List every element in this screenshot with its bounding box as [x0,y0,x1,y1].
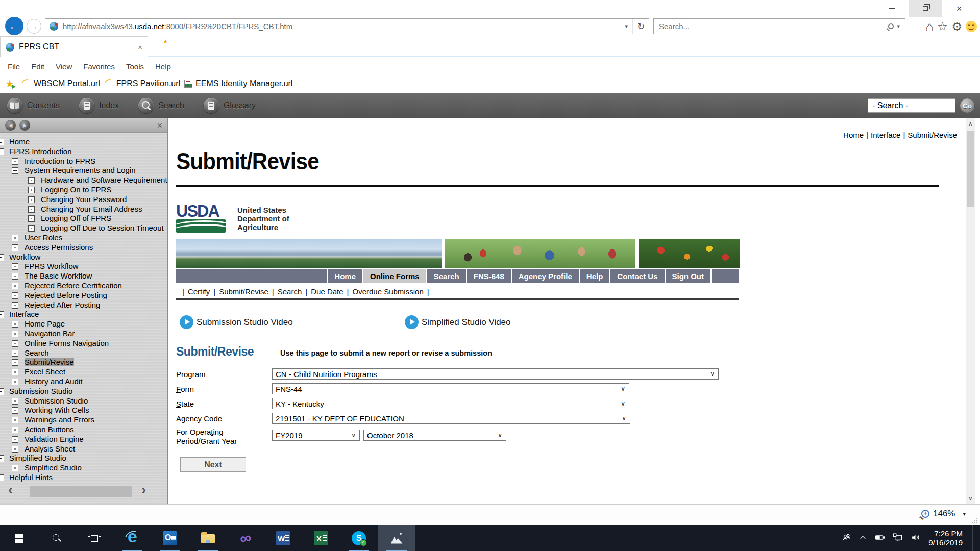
tree-item-workflow[interactable]: Workflow [0,253,167,262]
tree-item-home-page[interactable]: Home Page [0,319,167,329]
tree-item-label[interactable]: Submit/Revise [24,358,74,366]
photos-icon[interactable] [378,525,415,551]
tree-item-label[interactable]: Hardware and Software Requirements [41,176,168,184]
people-icon[interactable] [842,533,851,544]
tree-item-rejected-before-certification[interactable]: Rejected Before Certification [0,281,167,291]
tree-item-user-roles[interactable]: User Roles [0,233,167,243]
visual-studio-icon[interactable] [227,525,264,551]
word-icon[interactable] [264,525,302,551]
network-icon[interactable] [893,533,903,544]
tree-item-label[interactable]: Rejected After Posting [24,300,100,309]
tree-item-analysis-sheet[interactable]: Analysis Sheet [0,444,167,454]
tree-item-the-basic-workflow[interactable]: The Basic Workflow [0,271,167,281]
tree-item-label[interactable]: System Requirements and Login [24,166,136,174]
volume-icon[interactable] [911,533,921,544]
skype-icon[interactable] [340,525,378,551]
tree-item-label[interactable]: Logging Off of FPRS [41,214,111,222]
tree-item-label[interactable]: Home Page [24,319,65,328]
tree-item-label[interactable]: Rejected Before Certification [24,281,122,290]
tree-item-label[interactable]: Submission Studio [24,396,88,405]
favorite-eems-identity-manager-url[interactable]: EEMS Identity Manager.url [184,79,292,88]
minimize-button[interactable] [875,0,909,17]
next-button[interactable]: Next [180,457,246,472]
sidebar-forward-icon[interactable]: ▶ [19,120,30,131]
toolbar-glossary-button[interactable]: Glossary [204,98,256,113]
tree-item-label[interactable]: Submission Studio [9,387,72,395]
forward-button[interactable]: → [27,19,41,34]
show-desktop-button[interactable] [972,525,974,551]
restore-button[interactable] [909,0,942,17]
zoom-control[interactable]: 146% ▾ [921,509,966,519]
tree-item-working-with-cells[interactable]: Working With Cells [0,406,167,415]
nav-online-forms[interactable]: Online Forms [362,269,426,283]
nav-agency-profile[interactable]: Agency Profile [511,269,579,283]
submenu-submit-revise[interactable]: Submit/Revise [219,287,268,296]
tree-item-submit-revise[interactable]: Submit/Revise [0,358,167,367]
tree-item-changing-your-email-address[interactable]: Changing Your Email Address [0,205,167,214]
tree-item-system-requirements-and-login[interactable]: System Requirements and Login [0,166,167,176]
close-button[interactable]: × [942,0,976,17]
tree-item-label[interactable]: Navigation Bar [24,329,75,338]
tree-item-rejected-after-posting[interactable]: Rejected After Posting [0,300,167,310]
tree-item-label[interactable]: Simplified Studio [9,454,66,462]
month-select[interactable]: October 2018 [363,430,506,441]
home-icon[interactable]: ⌂ [925,20,934,33]
tree-item-action-buttons[interactable]: Action Buttons [0,425,167,435]
toolbar-search-button[interactable]: Search [138,98,184,113]
tree-item-logging-off-of-fprs[interactable]: Logging Off of FPRS [0,214,167,223]
tree-item-label[interactable]: Changing Your Email Address [41,205,142,213]
tree-item-label[interactable]: History and Audit [24,377,82,386]
tree-item-label[interactable]: Working With Cells [24,406,89,414]
submenu-search[interactable]: Search [278,287,302,296]
feedback-smiley-icon[interactable] [966,21,977,32]
tree-item-label[interactable]: Search [24,348,49,357]
breadcrumb-link-interface[interactable]: Interface [871,131,900,139]
nav-sign-out[interactable]: Sign Out [665,269,711,283]
tree-item-helpful-hints[interactable]: Helpful Hints [0,473,167,483]
breadcrumb-link-home[interactable]: Home [843,131,864,139]
tree-item-search[interactable]: Search [0,348,167,358]
scrollbar-thumb[interactable] [30,486,132,497]
tree-item-excel-sheet[interactable]: Excel Sheet [0,367,167,377]
refresh-icon[interactable]: ↻ [632,19,649,34]
sidebar-close-icon[interactable]: × [157,121,162,130]
tree-item-label[interactable]: Logging Off Due to Session Timeout [41,223,164,232]
tab-close-icon[interactable]: × [138,43,142,52]
video-link-simplified-studio-video[interactable]: Simplified Studio Video [405,315,511,329]
field-select-state[interactable]: KY - Kentucky [272,398,629,409]
tree-item-label[interactable]: Introduction to FPRS [24,157,95,165]
nav-contact-us[interactable]: Contact Us [609,269,664,283]
excel-icon[interactable] [302,525,340,551]
new-tab-button[interactable]: ★ [154,40,167,55]
tree-item-label[interactable]: FPRS Introduction [9,147,72,156]
menu-help[interactable]: Help [150,62,177,71]
tree-item-changing-your-password[interactable]: Changing Your Password [0,195,167,205]
tree-item-label[interactable]: Rejected Before Posting [24,291,107,299]
field-select-agency-code[interactable]: 2191501 - KY DEPT OF EDUCATION [272,413,630,424]
menu-edit[interactable]: Edit [26,62,50,71]
submenu-overdue-submission[interactable]: Overdue Submission [352,287,423,296]
back-button[interactable]: ← [5,17,23,35]
browser-search-box[interactable]: ▾ [653,18,905,34]
submenu-certify[interactable]: Certify [188,287,210,296]
tree-item-simplified-studio[interactable]: Simplified Studio [0,463,167,473]
tree-item-label[interactable]: Online Forms Navigation [24,339,109,347]
add-favorite-icon[interactable]: ★ [5,78,14,90]
tree-item-fprs-workflow[interactable]: FPRS Workflow [0,262,167,271]
video-link-submission-studio-video[interactable]: Submission Studio Video [180,315,293,329]
tree-item-online-forms-navigation[interactable]: Online Forms Navigation [0,339,167,348]
tab-fprs-cbt[interactable]: FPRS CBT × [0,36,148,57]
internet-explorer-icon[interactable] [113,525,151,551]
tree-item-label[interactable]: FPRS Workflow [24,262,79,270]
toolbar-index-button[interactable]: Index [79,98,119,113]
tree-item-label[interactable]: Logging On to FPRS [41,185,111,194]
zoom-dropdown-icon[interactable]: ▾ [963,511,966,517]
gear-icon[interactable]: ⚙ [951,21,962,33]
tree-item-logging-on-to-fprs[interactable]: Logging On to FPRS [0,185,167,195]
go-button[interactable]: Go [960,98,975,113]
cbt-search-input[interactable] [868,98,955,113]
tree-item-label[interactable]: Changing Your Password [41,195,127,204]
chevron-up-icon[interactable] [859,534,867,543]
start-icon[interactable] [0,525,38,551]
menu-view[interactable]: View [50,62,78,71]
